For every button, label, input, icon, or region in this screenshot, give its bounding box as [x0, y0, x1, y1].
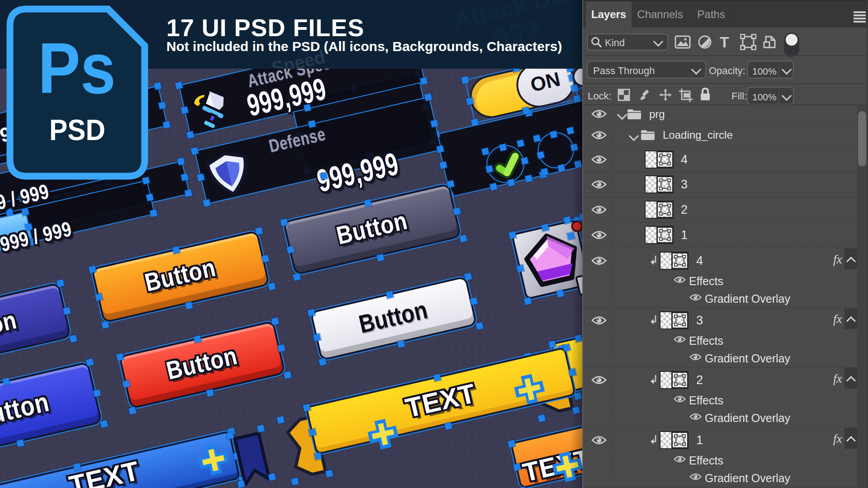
svg-text:Ps: Ps	[38, 28, 116, 108]
svg-text:PSD: PSD	[49, 114, 105, 146]
